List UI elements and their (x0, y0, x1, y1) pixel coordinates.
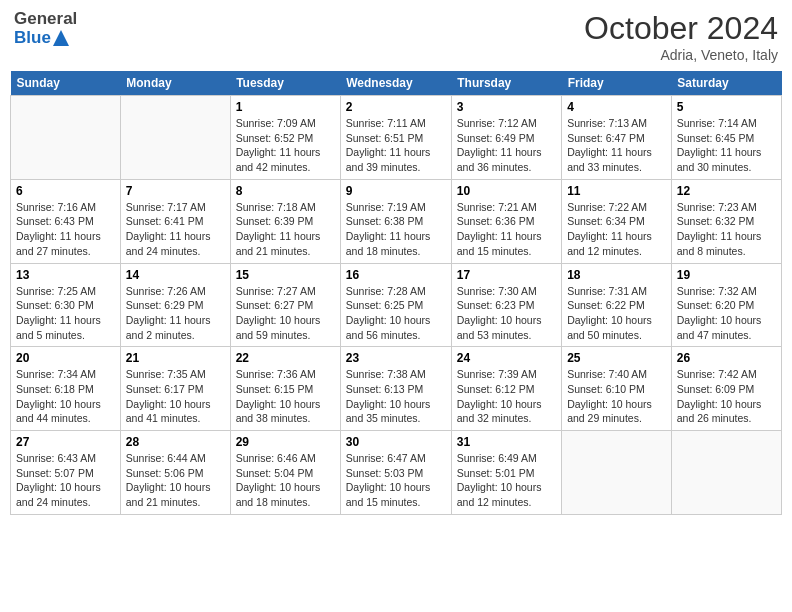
cell-info: Sunrise: 7:30 AMSunset: 6:23 PMDaylight:… (457, 284, 556, 343)
cell-info: Sunrise: 7:17 AMSunset: 6:41 PMDaylight:… (126, 200, 225, 259)
svg-marker-0 (53, 30, 69, 46)
day-header-wednesday: Wednesday (340, 71, 451, 96)
day-number: 19 (677, 268, 776, 282)
cell-info: Sunrise: 7:13 AMSunset: 6:47 PMDaylight:… (567, 116, 666, 175)
calendar-cell: 22Sunrise: 7:36 AMSunset: 6:15 PMDayligh… (230, 347, 340, 431)
cell-info: Sunrise: 7:21 AMSunset: 6:36 PMDaylight:… (457, 200, 556, 259)
day-header-sunday: Sunday (11, 71, 121, 96)
day-number: 17 (457, 268, 556, 282)
logo-general: General (14, 10, 77, 29)
day-number: 31 (457, 435, 556, 449)
week-row-4: 20Sunrise: 7:34 AMSunset: 6:18 PMDayligh… (11, 347, 782, 431)
title-block: October 2024 Adria, Veneto, Italy (584, 10, 778, 63)
day-number: 12 (677, 184, 776, 198)
calendar-cell: 4Sunrise: 7:13 AMSunset: 6:47 PMDaylight… (562, 96, 672, 180)
week-row-2: 6Sunrise: 7:16 AMSunset: 6:43 PMDaylight… (11, 179, 782, 263)
cell-info: Sunrise: 7:35 AMSunset: 6:17 PMDaylight:… (126, 367, 225, 426)
logo: General Blue (14, 10, 77, 47)
calendar-cell: 28Sunrise: 6:44 AMSunset: 5:06 PMDayligh… (120, 431, 230, 515)
calendar-cell: 27Sunrise: 6:43 AMSunset: 5:07 PMDayligh… (11, 431, 121, 515)
cell-info: Sunrise: 7:32 AMSunset: 6:20 PMDaylight:… (677, 284, 776, 343)
calendar-cell: 9Sunrise: 7:19 AMSunset: 6:38 PMDaylight… (340, 179, 451, 263)
cell-info: Sunrise: 7:25 AMSunset: 6:30 PMDaylight:… (16, 284, 115, 343)
day-number: 3 (457, 100, 556, 114)
cell-info: Sunrise: 7:40 AMSunset: 6:10 PMDaylight:… (567, 367, 666, 426)
week-row-3: 13Sunrise: 7:25 AMSunset: 6:30 PMDayligh… (11, 263, 782, 347)
calendar-cell: 1Sunrise: 7:09 AMSunset: 6:52 PMDaylight… (230, 96, 340, 180)
day-number: 27 (16, 435, 115, 449)
calendar-cell: 20Sunrise: 7:34 AMSunset: 6:18 PMDayligh… (11, 347, 121, 431)
day-header-tuesday: Tuesday (230, 71, 340, 96)
calendar-cell: 16Sunrise: 7:28 AMSunset: 6:25 PMDayligh… (340, 263, 451, 347)
calendar-cell: 25Sunrise: 7:40 AMSunset: 6:10 PMDayligh… (562, 347, 672, 431)
week-row-1: 1Sunrise: 7:09 AMSunset: 6:52 PMDaylight… (11, 96, 782, 180)
day-header-monday: Monday (120, 71, 230, 96)
day-number: 8 (236, 184, 335, 198)
day-number: 23 (346, 351, 446, 365)
calendar-cell: 23Sunrise: 7:38 AMSunset: 6:13 PMDayligh… (340, 347, 451, 431)
cell-info: Sunrise: 7:14 AMSunset: 6:45 PMDaylight:… (677, 116, 776, 175)
calendar-cell: 15Sunrise: 7:27 AMSunset: 6:27 PMDayligh… (230, 263, 340, 347)
day-header-saturday: Saturday (671, 71, 781, 96)
day-number: 26 (677, 351, 776, 365)
cell-info: Sunrise: 7:27 AMSunset: 6:27 PMDaylight:… (236, 284, 335, 343)
cell-info: Sunrise: 7:26 AMSunset: 6:29 PMDaylight:… (126, 284, 225, 343)
cell-info: Sunrise: 6:49 AMSunset: 5:01 PMDaylight:… (457, 451, 556, 510)
cell-info: Sunrise: 7:31 AMSunset: 6:22 PMDaylight:… (567, 284, 666, 343)
day-number: 9 (346, 184, 446, 198)
calendar-cell: 30Sunrise: 6:47 AMSunset: 5:03 PMDayligh… (340, 431, 451, 515)
cell-info: Sunrise: 7:19 AMSunset: 6:38 PMDaylight:… (346, 200, 446, 259)
day-number: 16 (346, 268, 446, 282)
cell-info: Sunrise: 7:16 AMSunset: 6:43 PMDaylight:… (16, 200, 115, 259)
calendar-cell (671, 431, 781, 515)
days-header-row: SundayMondayTuesdayWednesdayThursdayFrid… (11, 71, 782, 96)
cell-info: Sunrise: 7:38 AMSunset: 6:13 PMDaylight:… (346, 367, 446, 426)
cell-info: Sunrise: 7:09 AMSunset: 6:52 PMDaylight:… (236, 116, 335, 175)
calendar-cell: 7Sunrise: 7:17 AMSunset: 6:41 PMDaylight… (120, 179, 230, 263)
cell-info: Sunrise: 7:36 AMSunset: 6:15 PMDaylight:… (236, 367, 335, 426)
day-number: 18 (567, 268, 666, 282)
day-number: 11 (567, 184, 666, 198)
cell-info: Sunrise: 7:28 AMSunset: 6:25 PMDaylight:… (346, 284, 446, 343)
day-number: 24 (457, 351, 556, 365)
calendar-cell: 19Sunrise: 7:32 AMSunset: 6:20 PMDayligh… (671, 263, 781, 347)
calendar-cell: 26Sunrise: 7:42 AMSunset: 6:09 PMDayligh… (671, 347, 781, 431)
calendar-cell: 11Sunrise: 7:22 AMSunset: 6:34 PMDayligh… (562, 179, 672, 263)
week-row-5: 27Sunrise: 6:43 AMSunset: 5:07 PMDayligh… (11, 431, 782, 515)
cell-info: Sunrise: 6:44 AMSunset: 5:06 PMDaylight:… (126, 451, 225, 510)
logo-icon (53, 30, 69, 46)
calendar-cell (562, 431, 672, 515)
cell-info: Sunrise: 7:39 AMSunset: 6:12 PMDaylight:… (457, 367, 556, 426)
location-subtitle: Adria, Veneto, Italy (584, 47, 778, 63)
day-number: 21 (126, 351, 225, 365)
cell-info: Sunrise: 7:42 AMSunset: 6:09 PMDaylight:… (677, 367, 776, 426)
day-number: 14 (126, 268, 225, 282)
day-number: 13 (16, 268, 115, 282)
cell-info: Sunrise: 7:12 AMSunset: 6:49 PMDaylight:… (457, 116, 556, 175)
day-header-thursday: Thursday (451, 71, 561, 96)
calendar-cell: 13Sunrise: 7:25 AMSunset: 6:30 PMDayligh… (11, 263, 121, 347)
calendar-cell: 24Sunrise: 7:39 AMSunset: 6:12 PMDayligh… (451, 347, 561, 431)
cell-info: Sunrise: 6:47 AMSunset: 5:03 PMDaylight:… (346, 451, 446, 510)
calendar-cell (120, 96, 230, 180)
day-number: 4 (567, 100, 666, 114)
day-number: 2 (346, 100, 446, 114)
day-number: 29 (236, 435, 335, 449)
cell-info: Sunrise: 7:11 AMSunset: 6:51 PMDaylight:… (346, 116, 446, 175)
cell-info: Sunrise: 7:18 AMSunset: 6:39 PMDaylight:… (236, 200, 335, 259)
day-number: 20 (16, 351, 115, 365)
calendar-cell: 3Sunrise: 7:12 AMSunset: 6:49 PMDaylight… (451, 96, 561, 180)
day-number: 5 (677, 100, 776, 114)
calendar-cell: 31Sunrise: 6:49 AMSunset: 5:01 PMDayligh… (451, 431, 561, 515)
day-number: 25 (567, 351, 666, 365)
calendar-cell: 5Sunrise: 7:14 AMSunset: 6:45 PMDaylight… (671, 96, 781, 180)
day-number: 15 (236, 268, 335, 282)
calendar-cell: 2Sunrise: 7:11 AMSunset: 6:51 PMDaylight… (340, 96, 451, 180)
day-number: 7 (126, 184, 225, 198)
logo-blue: Blue (14, 29, 51, 48)
calendar-cell: 8Sunrise: 7:18 AMSunset: 6:39 PMDaylight… (230, 179, 340, 263)
day-header-friday: Friday (562, 71, 672, 96)
day-number: 6 (16, 184, 115, 198)
calendar-cell: 21Sunrise: 7:35 AMSunset: 6:17 PMDayligh… (120, 347, 230, 431)
calendar-cell (11, 96, 121, 180)
